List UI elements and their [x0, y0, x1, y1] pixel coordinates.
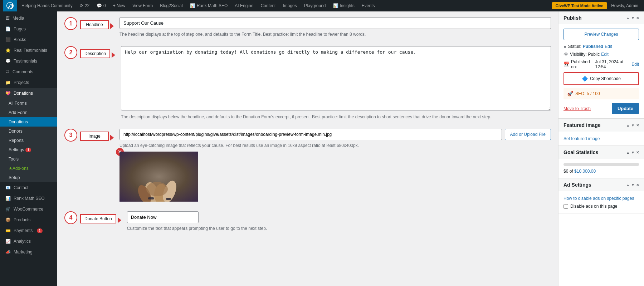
- right-sidebar: Publish ▲ ▼ ✕ Preview Changes ● Status: …: [558, 11, 644, 286]
- visibility-row: 👁 Visibility: Public Edit: [564, 51, 639, 57]
- goal-collapse-down[interactable]: ▼: [631, 151, 635, 154]
- publish-panel: Publish ▲ ▼ ✕ Preview Changes ● Status: …: [558, 11, 644, 119]
- sidebar-item-testimonials[interactable]: 💬 Testimonials: [0, 56, 57, 66]
- goal-collapse-up[interactable]: ▲: [626, 151, 630, 154]
- status-icon: ●: [564, 44, 566, 49]
- view-form-link[interactable]: View Form: [130, 0, 156, 11]
- sidebar-item-real-testimonials[interactable]: ⭐ Real Testimonials: [0, 45, 57, 56]
- donate-button-input[interactable]: [127, 211, 199, 223]
- sidebar-item-donations-parent[interactable]: 💝 Donations: [0, 88, 57, 99]
- new-button[interactable]: + New: [110, 0, 128, 11]
- sidebar-item-pages[interactable]: 📄 Pages: [0, 24, 57, 34]
- image-url-input[interactable]: [119, 129, 502, 140]
- featured-image-collapse-down[interactable]: ▼: [631, 123, 635, 127]
- published-edit-link[interactable]: Edit: [631, 62, 639, 67]
- sidebar-sub-donors[interactable]: Donors: [0, 127, 57, 136]
- contact-icon: 📧: [5, 185, 11, 190]
- sidebar-item-rank-math[interactable]: 📊 Rank Math SEO: [0, 193, 57, 204]
- sidebar-sub-tools[interactable]: Tools: [0, 154, 57, 164]
- donate-button-label-box: Donate Button: [80, 214, 116, 223]
- goal-statistics-panel: Goal Statistics ▲ ▼ ✕ $0 of $10,000.00: [558, 146, 644, 178]
- svg-point-5: [146, 182, 168, 196]
- images-link[interactable]: Images: [280, 0, 299, 11]
- sidebar-sub-all-forms[interactable]: All Forms: [0, 99, 57, 108]
- sidebar-item-projects[interactable]: 📁 Projects: [0, 77, 57, 88]
- publish-collapse-up[interactable]: ▲: [626, 16, 630, 20]
- svg-rect-6: [148, 197, 154, 199]
- sidebar-item-payments[interactable]: 💳 Payments 1: [0, 225, 57, 236]
- sidebar-sub-donations[interactable]: Donations: [0, 117, 57, 127]
- disable-ads-link[interactable]: How to disable ads on specific pages: [564, 196, 634, 201]
- sidebar-item-comments[interactable]: 🗨 Comments: [0, 66, 57, 77]
- sidebar-item-marketing[interactable]: 📣 Marketing: [0, 247, 57, 257]
- goal-amount-text: $0 of $10,000.00: [564, 169, 639, 174]
- content-link[interactable]: Content: [258, 0, 278, 11]
- headline-input[interactable]: [119, 17, 551, 29]
- sidebar-item-analytics[interactable]: 📈 Analytics: [0, 236, 57, 247]
- sidebar-sub-setup[interactable]: Setup: [0, 173, 57, 182]
- goal-statistics-header[interactable]: Goal Statistics ▲ ▼ ✕: [558, 146, 644, 159]
- upload-file-button[interactable]: Add or Upload File: [505, 129, 551, 140]
- marketing-icon: 📣: [5, 250, 11, 255]
- payments-icon: 💳: [5, 228, 11, 233]
- description-textarea[interactable]: Help our organization by donating today!…: [121, 46, 551, 110]
- ad-settings-close[interactable]: ✕: [636, 183, 639, 187]
- publish-panel-header[interactable]: Publish ▲ ▼ ✕: [558, 11, 644, 24]
- ad-settings-header[interactable]: Ad Settings ▲ ▼ ✕: [558, 178, 644, 191]
- ai-engine-link[interactable]: AI Engine: [232, 0, 256, 11]
- ad-settings-collapse-up[interactable]: ▲: [626, 183, 630, 187]
- image-section: 3 Image Add or Uplo: [64, 129, 551, 203]
- sidebar-item-woocommerce[interactable]: 🛒 WooCommerce: [0, 204, 57, 214]
- ad-settings-collapse-down[interactable]: ▼: [631, 183, 635, 187]
- main-content: 1 Headline The headline displays at the …: [57, 11, 558, 286]
- sidebar-sub-addons[interactable]: ★ Add-ons: [0, 164, 57, 173]
- comments-count[interactable]: 💬 0: [94, 0, 109, 11]
- publish-collapse-down[interactable]: ▼: [631, 16, 635, 20]
- sidebar-item-blocks[interactable]: ⬛ Blocks: [0, 34, 57, 45]
- step-1-circle: 1: [64, 17, 77, 30]
- howdy-menu[interactable]: Howdy, Admin: [608, 0, 641, 11]
- site-name[interactable]: Helping Hands Community: [19, 0, 75, 11]
- rankmath-link[interactable]: 📊 Rank Math SEO: [187, 0, 231, 11]
- insights-link[interactable]: 📊 Insights: [330, 0, 357, 11]
- pages-icon: 📄: [5, 26, 11, 31]
- testimonials-icon: ⭐: [5, 48, 11, 53]
- updates-count[interactable]: ⟳ 22: [77, 0, 92, 11]
- featured-image-header[interactable]: Featured image ▲ ▼ ✕: [558, 119, 644, 132]
- featured-image-collapse-up[interactable]: ▲: [626, 123, 630, 127]
- description-section: 2 Description Help our organization by d…: [64, 46, 551, 120]
- step-3-circle: 3: [64, 129, 77, 142]
- goal-close[interactable]: ✕: [636, 151, 639, 154]
- sidebar-item-media[interactable]: 🖼 Media: [0, 13, 57, 24]
- featured-image-close[interactable]: ✕: [636, 123, 639, 127]
- image-preview: [119, 152, 198, 202]
- analytics-icon: 📈: [5, 239, 11, 244]
- wp-logo[interactable]: [3, 0, 17, 11]
- status-edit-link[interactable]: Edit: [605, 44, 612, 49]
- playground-link[interactable]: Playground: [301, 0, 329, 11]
- image-preview-container: ✕: [119, 152, 198, 202]
- sidebar-sub-add-form[interactable]: Add Form: [0, 108, 57, 117]
- copy-shortcode-button[interactable]: 🔷 Copy Shortcode: [564, 72, 639, 85]
- sidebar-sub-reports[interactable]: Reports: [0, 136, 57, 145]
- visibility-edit-link[interactable]: Edit: [601, 52, 609, 57]
- sidebar-sub-settings[interactable]: Settings 1: [0, 145, 57, 154]
- disable-ads-checkbox[interactable]: [564, 204, 568, 209]
- headline-label-box: Headline: [80, 20, 109, 29]
- chat-icon: 💬: [5, 59, 11, 64]
- sidebar-item-contact[interactable]: 📧 Contact: [0, 182, 57, 193]
- settings-badge: 1: [25, 148, 31, 152]
- goal-link[interactable]: $10,000.00: [574, 169, 596, 174]
- givewp-test-mode-badge[interactable]: GiveWP Test Mode Active: [552, 2, 607, 9]
- move-to-trash-button[interactable]: Move to Trash: [564, 106, 591, 111]
- events-link[interactable]: Events: [359, 0, 378, 11]
- sidebar-item-products[interactable]: 📦 Products: [0, 214, 57, 225]
- comments-icon: 🗨: [5, 69, 10, 74]
- update-button[interactable]: Update: [612, 103, 639, 114]
- blog2social-link[interactable]: Blog2Social: [157, 0, 185, 11]
- visibility-icon: 👁: [564, 51, 569, 57]
- woo-icon: 🛒: [5, 207, 11, 212]
- publish-close[interactable]: ✕: [636, 16, 639, 20]
- set-featured-image-link[interactable]: Set featured image: [564, 136, 600, 141]
- preview-changes-button[interactable]: Preview Changes: [564, 29, 639, 40]
